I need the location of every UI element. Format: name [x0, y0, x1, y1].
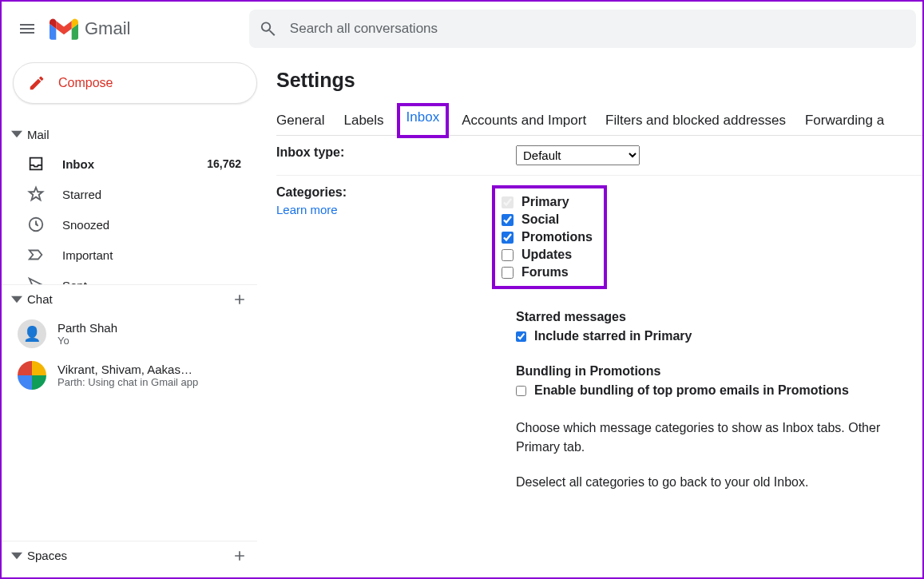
mail-section-header[interactable]: Mail — [2, 120, 257, 149]
tab-accounts[interactable]: Accounts and Import — [462, 106, 586, 135]
include-starred-row[interactable]: Include starred in Primary — [516, 329, 922, 343]
inbox-icon — [27, 155, 45, 173]
tab-forwarding[interactable]: Forwarding a — [805, 106, 884, 135]
checkbox-primary[interactable] — [502, 196, 514, 208]
tab-labels[interactable]: Labels — [343, 106, 383, 135]
search-bar[interactable] — [249, 10, 916, 48]
spaces-section-header[interactable]: Spaces — [2, 541, 257, 569]
nav-snoozed[interactable]: Snoozed — [2, 209, 257, 240]
nav-starred[interactable]: Starred — [2, 179, 257, 209]
categories-label: Categories: — [276, 185, 347, 199]
group-avatar-icon — [18, 361, 46, 390]
inbox-type-label: Inbox type: — [276, 145, 516, 165]
category-primary[interactable]: Primary — [502, 193, 593, 211]
caret-down-icon — [11, 550, 22, 561]
checkbox-bundling[interactable] — [516, 386, 526, 396]
search-input[interactable] — [290, 21, 906, 37]
tab-filters[interactable]: Filters and blocked addresses — [605, 106, 786, 135]
caret-down-icon — [11, 129, 22, 140]
checkbox-include-starred[interactable] — [516, 331, 526, 342]
nav-inbox[interactable]: Inbox 16,762 — [2, 149, 257, 179]
inbox-count: 16,762 — [207, 157, 241, 170]
gmail-logo-text: Gmail — [85, 18, 130, 39]
category-forums[interactable]: Forums — [502, 264, 593, 281]
important-icon — [27, 246, 45, 264]
gmail-logo-icon — [50, 18, 78, 40]
bundling-title: Bundling in Promotions — [516, 364, 922, 379]
tab-inbox[interactable]: Inbox — [397, 103, 450, 138]
category-updates[interactable]: Updates — [502, 246, 593, 264]
page-title: Settings — [276, 69, 922, 92]
learn-more-link[interactable]: Learn more — [276, 203, 516, 216]
clock-icon — [27, 216, 45, 233]
settings-tabs: General Labels Inbox Accounts and Import… — [276, 106, 922, 136]
new-chat-button[interactable] — [232, 291, 248, 307]
search-icon — [259, 19, 277, 38]
checkbox-social[interactable] — [502, 214, 514, 226]
categories-description: Choose which message categories to show … — [516, 418, 922, 492]
avatar-icon: 👤 — [18, 319, 46, 348]
hamburger-icon — [18, 19, 37, 38]
new-space-button[interactable] — [232, 548, 248, 564]
nav-sent[interactable]: Sent — [2, 270, 257, 284]
category-promotions[interactable]: Promotions — [502, 228, 593, 246]
gmail-logo[interactable]: Gmail — [50, 18, 193, 40]
caret-down-icon — [11, 294, 22, 305]
nav-important[interactable]: Important — [2, 240, 257, 270]
main-menu-button[interactable] — [8, 10, 46, 48]
chat-item-0[interactable]: 👤 Parth Shah Yo — [2, 313, 257, 355]
checkbox-promotions[interactable] — [502, 232, 514, 244]
compose-label: Compose — [58, 76, 113, 90]
chat-item-1[interactable]: Vikrant, Shivam, Aakas… Parth: Using cha… — [2, 355, 257, 396]
inbox-type-select[interactable]: Default — [516, 145, 640, 165]
star-icon — [27, 185, 45, 203]
chat-section-header[interactable]: Chat — [2, 284, 257, 313]
bundling-row[interactable]: Enable bundling of top promo emails in P… — [516, 383, 922, 398]
pencil-icon — [28, 74, 46, 92]
send-icon — [27, 276, 45, 284]
checkbox-forums[interactable] — [502, 267, 514, 279]
starred-messages-title: Starred messages — [516, 310, 922, 324]
tab-general[interactable]: General — [276, 106, 324, 135]
categories-highlight-box: Primary Social Promotions Updates Forums — [492, 185, 607, 289]
compose-button[interactable]: Compose — [13, 62, 257, 104]
category-social[interactable]: Social — [502, 211, 593, 228]
checkbox-updates[interactable] — [502, 249, 514, 261]
